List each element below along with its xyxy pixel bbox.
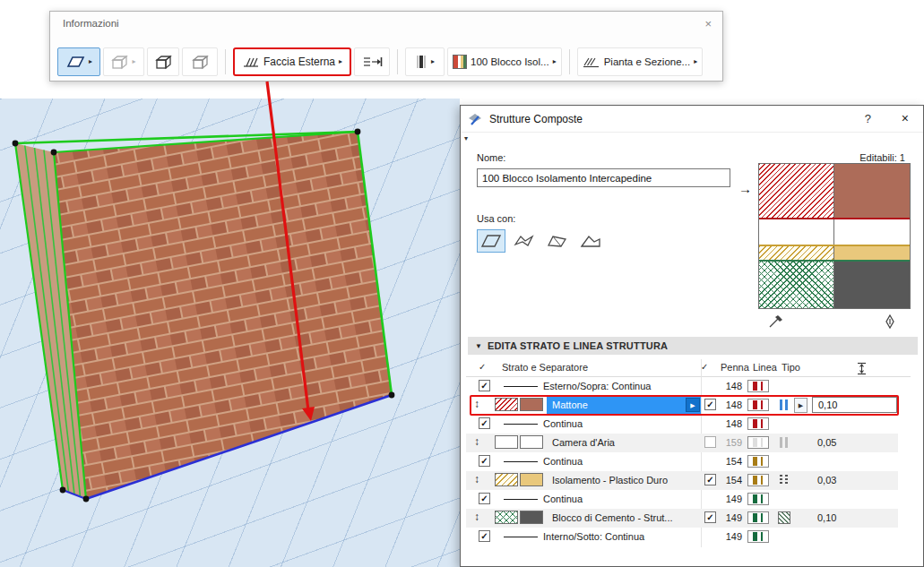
dialog-title: Strutture Composte <box>489 113 583 125</box>
name-label: Nome: <box>477 152 505 163</box>
pen-number[interactable]: 149 <box>717 531 742 542</box>
separator-label: Continua <box>543 494 583 504</box>
geometry-box-button[interactable] <box>147 47 179 76</box>
pen-number[interactable]: 148 <box>717 399 742 410</box>
layer-row[interactable]: ↕Camera d'Aria1590,05 <box>466 434 898 452</box>
row-checkbox[interactable]: ✓ <box>479 530 490 542</box>
dialog-title-bar[interactable]: Strutture Composte ? × <box>461 106 923 133</box>
pane-collapse-icon[interactable]: ▾ <box>464 134 468 142</box>
line-pen-swatch[interactable] <box>747 530 769 543</box>
line-pen-swatch[interactable] <box>747 493 769 505</box>
use-with-roof-toggle[interactable] <box>543 229 572 253</box>
layer-name-cell[interactable]: Blocco di Cemento - Strut... <box>547 510 701 527</box>
use-with-label: Usa con: <box>477 213 515 224</box>
info-toolbar-window: Informazioni × ▸ ▸ <box>49 11 723 82</box>
row-drag-handle[interactable]: ↕ <box>474 473 479 485</box>
toolbar-close-button[interactable]: × <box>704 17 712 30</box>
surface-swatch[interactable] <box>520 473 543 486</box>
separator-line-pen-icon[interactable] <box>884 314 896 329</box>
toolbar-separator <box>225 49 226 74</box>
thickness-input[interactable]: 0,10 <box>812 397 897 413</box>
composite-select-button[interactable]: 100 Blocco Isol... ▸ <box>447 47 562 76</box>
preview-surface <box>834 219 910 245</box>
line-pen-swatch[interactable] <box>747 436 769 449</box>
cut-fill-swatch[interactable] <box>495 473 518 486</box>
wall-3d[interactable] <box>0 99 460 567</box>
separator-row[interactable]: ✓Continua149 <box>466 490 898 509</box>
viewport-3d[interactable] <box>0 99 460 567</box>
row-checkbox[interactable]: ✓ <box>704 474 716 485</box>
line-pen-swatch[interactable] <box>747 474 769 486</box>
thickness-value[interactable]: 0,05 <box>817 437 836 448</box>
layer-name-cell[interactable]: Isolamento - Plastico Duro <box>547 472 701 489</box>
surface-swatch[interactable] <box>520 511 543 524</box>
row-checkbox[interactable]: ✓ <box>479 417 490 429</box>
cut-fill-swatch[interactable] <box>495 435 518 449</box>
surface-swatch[interactable] <box>520 398 543 411</box>
row-drag-handle[interactable]: ↕ <box>474 398 479 410</box>
row-drag-handle[interactable]: ↕ <box>474 511 479 523</box>
polygon-geometry-icon <box>65 55 85 69</box>
flip-icon <box>362 56 383 68</box>
cut-fill-swatch[interactable] <box>495 398 518 411</box>
use-with-mesh-toggle[interactable] <box>576 229 605 253</box>
row-checkbox[interactable]: ✓ <box>479 380 490 391</box>
geometry-method-button[interactable]: ▸ <box>57 47 100 76</box>
layer-name-cell[interactable]: Camera d'Aria <box>547 434 701 451</box>
preview-layer <box>759 262 910 309</box>
preview-layer <box>759 219 910 245</box>
separator-row[interactable]: ✓Interno/Sotto: Continua149 <box>466 528 898 546</box>
toolbar-separator <box>569 49 570 74</box>
help-button[interactable]: ? <box>865 112 871 125</box>
layer-name: Isolamento - Plastico Duro <box>547 475 668 485</box>
pen-number[interactable]: 154 <box>717 456 742 467</box>
row-checkbox[interactable]: ✓ <box>704 511 716 523</box>
cut-fill-pen-icon[interactable] <box>769 314 784 329</box>
row-drag-handle[interactable]: ↕ <box>474 435 479 448</box>
display-mode-button[interactable]: Pianta e Sezione... ▸ <box>577 47 704 76</box>
pen-number[interactable]: 159 <box>717 437 742 448</box>
pen-number[interactable]: 149 <box>717 512 742 523</box>
separator-row[interactable]: ✓Continua154 <box>466 452 898 471</box>
layer-type-icon <box>778 399 790 411</box>
line-pen-swatch[interactable] <box>747 399 769 411</box>
wall-structure-button[interactable]: ▸ <box>405 47 445 76</box>
line-pen-swatch[interactable] <box>747 380 769 392</box>
line-pen-swatch[interactable] <box>747 455 769 468</box>
thickness-value[interactable]: 0,03 <box>817 475 836 485</box>
edit-layers-section-header[interactable]: ▼ EDITA STRATO E LINEA STRUTTURA <box>468 337 918 355</box>
flip-direction-button[interactable] <box>354 47 390 76</box>
faccia-esterna-button[interactable]: Faccia Esterna ▸ <box>233 47 351 76</box>
pen-number[interactable]: 149 <box>717 494 742 504</box>
pen-number[interactable]: 154 <box>717 475 742 485</box>
use-with-shell-toggle[interactable] <box>510 229 539 253</box>
preview-surface <box>834 246 910 260</box>
layer-expand-button[interactable]: ▶ <box>686 398 700 412</box>
preview-layer <box>759 164 910 218</box>
geometry-box2-button[interactable] <box>182 47 218 76</box>
row-checkbox[interactable]: ✓ <box>479 493 490 504</box>
composite-name-input[interactable] <box>477 168 730 187</box>
cut-fill-swatch[interactable] <box>495 511 518 524</box>
line-pen-swatch[interactable] <box>747 417 769 430</box>
row-checkbox[interactable] <box>704 436 716 448</box>
row-checkbox[interactable]: ✓ <box>704 399 716 410</box>
geometry-3d-button-disabled: ▸ <box>103 47 144 76</box>
row-checkbox[interactable]: ✓ <box>479 455 490 467</box>
pen-number[interactable]: 148 <box>717 418 742 429</box>
layer-row[interactable]: ↕Blocco di Cemento - Strut...✓1490,10 <box>466 509 898 528</box>
type-menu-button[interactable]: ▶ <box>794 398 807 413</box>
layer-row[interactable]: ↕Isolamento - Plastico Duro✓1540,03 <box>466 471 898 490</box>
separator-row[interactable]: ✓Continua148 <box>466 415 898 434</box>
use-with-wall-toggle[interactable] <box>477 229 505 253</box>
layer-row[interactable]: ↕Mattone▶✓148▶0,10 <box>466 396 898 415</box>
dialog-close-button[interactable]: × <box>902 111 909 125</box>
wall-brick-face[interactable] <box>54 132 392 499</box>
surface-swatch[interactable] <box>520 435 543 449</box>
line-pen-swatch[interactable] <box>747 511 769 524</box>
separator-row[interactable]: ✓Esterno/Sopra: Continua148 <box>466 377 898 396</box>
thickness-value[interactable]: 0,10 <box>817 512 836 523</box>
pen-number[interactable]: 148 <box>717 381 742 391</box>
section-title: EDITA STRATO E LINEA STRUTTURA <box>488 340 668 351</box>
layer-name-cell[interactable]: Mattone▶ <box>547 397 701 414</box>
